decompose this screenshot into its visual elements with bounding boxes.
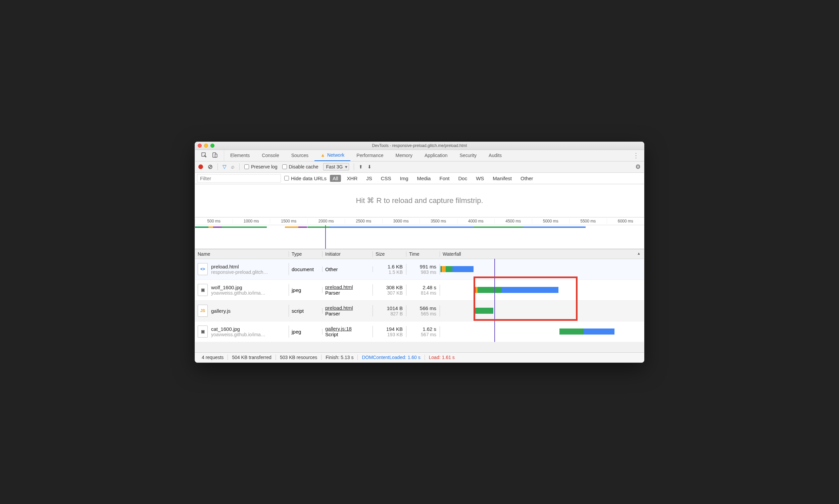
inspect-icon[interactable] [201,152,207,159]
filter-type-media[interactable]: Media [414,175,433,182]
timeline-tick: 1000 ms [233,219,270,223]
tab-performance[interactable]: Performance [350,150,389,161]
request-initiator[interactable]: preload.html [325,284,373,290]
tab-sources[interactable]: Sources [285,150,315,161]
panel-tabs: Elements Console Sources ▲Network Perfor… [195,150,644,161]
request-name: gallery.js [211,308,231,314]
table-row[interactable]: ▣ wolf_1600.jpgyoavweiss.github.io/ima… … [195,280,644,301]
col-time-header[interactable]: Time [406,251,440,257]
filter-toggle-icon[interactable]: ▽ [222,164,227,170]
device-toggle-icon[interactable] [212,152,218,159]
timeline-tick: 4000 ms [457,219,495,223]
col-initiator-header[interactable]: Initiator [322,251,373,257]
table-header: Name Type Initiator Size Time Waterfall▲ [195,249,644,259]
filter-type-ws[interactable]: WS [473,175,487,182]
initiator-sub: Script [325,331,373,337]
tab-console[interactable]: Console [256,150,285,161]
request-name: preload.html [211,264,268,269]
request-type: script [289,308,322,314]
request-size-sub: 193 KB [376,332,403,337]
file-icon: ▣ [198,325,208,338]
upload-har-icon[interactable]: ⬆ [359,164,363,169]
maximize-window-button[interactable] [210,144,214,148]
request-domain: responsive-preload.glitch… [211,269,268,275]
initiator-sub: Parser [325,311,373,317]
hide-data-urls-checkbox[interactable]: Hide data URLs [284,176,326,181]
request-size-sub: 1.5 KB [376,269,403,275]
close-window-button[interactable] [198,144,202,148]
preserve-log-checkbox[interactable]: Preserve log [244,164,278,169]
tab-application[interactable]: Application [418,150,454,161]
request-type: jpeg [289,329,322,335]
waterfall-cell [440,280,644,300]
request-time: 1.62 s [409,326,436,332]
request-time: 566 ms [409,305,436,311]
footer-transferred: 504 KB transferred [228,355,276,360]
footer-load: Load: 1.61 s [425,355,459,360]
settings-icon[interactable]: ⚙ [635,163,641,170]
col-waterfall-header[interactable]: Waterfall▲ [440,251,644,257]
disable-cache-checkbox[interactable]: Disable cache [282,164,319,169]
request-initiator[interactable]: gallery.js:18 [325,326,373,331]
footer-resources: 503 KB resources [276,355,322,360]
filter-type-xhr[interactable]: XHR [344,175,360,182]
filter-input[interactable] [197,174,281,182]
filter-type-img[interactable]: Img [397,175,411,182]
file-icon: JS [198,305,208,317]
request-time-sub: 567 ms [409,332,436,337]
record-button[interactable] [198,164,203,169]
dom-content-loaded-marker [325,225,326,249]
clear-button[interactable]: ⊘ [208,163,213,170]
filter-type-manifest[interactable]: Manifest [490,175,515,182]
tab-memory[interactable]: Memory [389,150,418,161]
timeline-tick: 3500 ms [420,219,457,223]
tab-elements[interactable]: Elements [224,150,256,161]
initiator-sub: Parser [325,290,373,295]
file-icon: <> [198,263,208,275]
search-icon[interactable]: ⌕ [231,164,235,170]
filter-type-font[interactable]: Font [436,175,452,182]
tab-security[interactable]: Security [454,150,483,161]
timeline-overview[interactable]: 500 ms1000 ms1500 ms2000 ms2500 ms3000 m… [195,217,644,249]
request-name: wolf_1600.jpg [211,285,266,290]
table-row[interactable]: JS gallery.js script preload.htmlParser … [195,301,644,322]
table-row[interactable]: <> preload.htmlresponsive-preload.glitch… [195,259,644,280]
waterfall-cell [440,321,644,342]
throttling-select[interactable]: Fast 3G [323,163,350,170]
timeline-tick: 6000 ms [607,219,644,223]
timeline-tick: 5500 ms [569,219,607,223]
request-time: 991 ms [409,264,436,269]
request-size: 1.6 KB [376,264,403,269]
waterfall-cell [440,259,644,280]
timeline-tick: 2000 ms [307,219,345,223]
col-type-header[interactable]: Type [289,251,322,257]
file-icon: ▣ [198,284,208,296]
request-size: 194 KB [376,326,403,332]
window-title: DevTools - responsive-preload.glitch.me/… [195,143,644,148]
filter-type-js[interactable]: JS [363,175,375,182]
download-har-icon[interactable]: ⬇ [368,164,372,169]
timeline-tick: 1500 ms [270,219,307,223]
footer-dom: DOMContentLoaded: 1.60 s [358,355,425,360]
svg-rect-2 [215,154,217,157]
filter-type-other[interactable]: Other [518,175,536,182]
window-controls [198,144,214,148]
request-time-sub: 814 ms [409,290,436,295]
table-row[interactable]: ▣ cat_1600.jpgyoavweiss.github.io/ima… j… [195,322,644,342]
filter-bar: Hide data URLs All XHR JS CSS Img Media … [195,173,644,184]
tab-network[interactable]: ▲Network [315,150,350,161]
request-table: <> preload.htmlresponsive-preload.glitch… [195,259,644,342]
filter-type-all[interactable]: All [330,175,341,182]
minimize-window-button[interactable] [204,144,208,148]
filter-type-css[interactable]: CSS [378,175,394,182]
filter-type-doc[interactable]: Doc [456,175,470,182]
tab-audits[interactable]: Audits [483,150,508,161]
col-size-header[interactable]: Size [373,251,406,257]
more-menu-icon[interactable]: ⋮ [628,151,644,159]
request-initiator[interactable]: preload.html [325,305,373,311]
col-name-header[interactable]: Name [195,251,289,257]
request-time: 2.48 s [409,285,436,290]
request-initiator: Other [325,266,373,272]
warning-icon: ▲ [321,152,325,158]
request-size: 1014 B [376,305,403,311]
